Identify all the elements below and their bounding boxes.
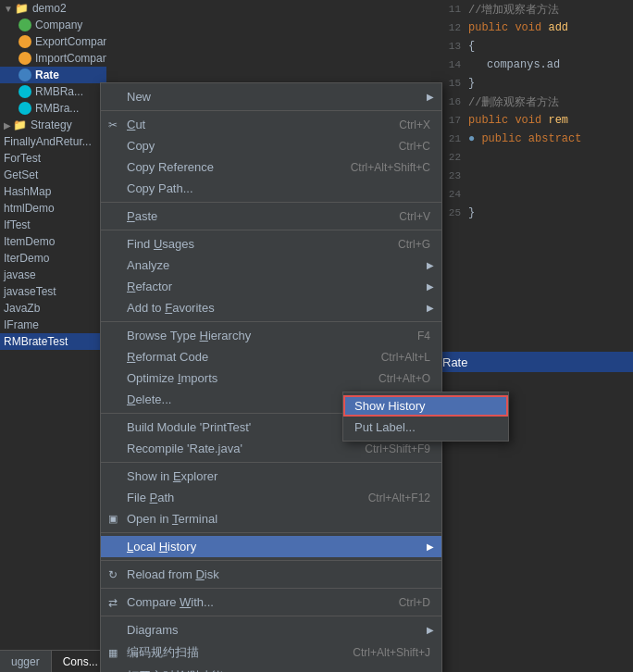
submenu-item-put-label[interactable]: Put Label... bbox=[343, 417, 508, 438]
menu-item-label: Analyze bbox=[127, 258, 169, 272]
tree-item-itemdemo[interactable]: ItemDemo bbox=[0, 233, 106, 250]
code-text: ● public abstract bbox=[468, 132, 581, 145]
tree-item-rmbra1[interactable]: RMBRa... bbox=[0, 83, 106, 100]
tree-item-label: htmlDemo bbox=[4, 202, 55, 215]
menu-separator bbox=[101, 616, 441, 616]
menu-item-analyze[interactable]: Analyze bbox=[101, 255, 441, 276]
tree-item-label: HashMap bbox=[4, 185, 51, 198]
tree-item-label: demo2 bbox=[32, 2, 67, 15]
menu-item-label: Refactor bbox=[127, 280, 172, 293]
code-line-11: 11 //增加观察者方法 bbox=[435, 0, 633, 19]
menu-item-label: Optimize Imports bbox=[127, 371, 217, 385]
menu-separator bbox=[101, 532, 441, 533]
tree-item-rate[interactable]: Rate bbox=[0, 67, 106, 83]
menu-shortcut: Ctrl+G bbox=[379, 238, 430, 251]
menu-item-reload[interactable]: ↻ Reload from Disk bbox=[101, 564, 441, 585]
menu-separator bbox=[101, 588, 441, 589]
menu-item-label: Reformat Code bbox=[127, 350, 208, 364]
tree-item-label: Strategy bbox=[31, 118, 72, 131]
tree-item-label: IterDemo bbox=[4, 252, 49, 265]
rate-label: Rate bbox=[442, 355, 467, 369]
code-text: } bbox=[468, 77, 475, 90]
cut-icon: ✂ bbox=[108, 118, 118, 131]
menu-item-label: 编码规约扫描 bbox=[127, 644, 199, 661]
tree-item-demo2[interactable]: ▼ 📁 demo2 bbox=[0, 0, 106, 17]
tree-item-strategy[interactable]: ▶ 📁 Strategy bbox=[0, 117, 106, 133]
tree-item-rmbra2[interactable]: RMBra... bbox=[0, 100, 106, 117]
menu-item-label: 打开实时检测功能 bbox=[127, 668, 223, 672]
menu-item-open-terminal[interactable]: ▣ Open in Terminal bbox=[101, 508, 441, 529]
code-text: public void rem bbox=[468, 114, 568, 127]
menu-separator bbox=[101, 321, 441, 322]
tree-item-exportcompany[interactable]: ExportCompany bbox=[0, 33, 106, 50]
tab-label: Cons... bbox=[63, 655, 98, 668]
tree-item-label: ImportCompany bbox=[35, 52, 106, 65]
menu-item-diagrams[interactable]: Diagrams bbox=[101, 619, 441, 641]
tree-item-getset[interactable]: GetSet bbox=[0, 167, 106, 183]
tree-item-javasetest[interactable]: javaseTest bbox=[0, 283, 106, 300]
menu-item-cut[interactable]: ✂ Cut Ctrl+X bbox=[101, 114, 441, 135]
menu-shortcut: Ctrl+Alt+Shift+J bbox=[334, 646, 430, 659]
menu-item-local-history[interactable]: Local History bbox=[101, 536, 441, 557]
tree-item-javazb[interactable]: JavaZb bbox=[0, 300, 106, 317]
tree-item-label: RMBra... bbox=[35, 102, 79, 115]
tree-item-iterdemo[interactable]: IterDemo bbox=[0, 250, 106, 267]
code-line-22: 22 bbox=[435, 148, 633, 167]
code-line-24: 24 bbox=[435, 185, 633, 204]
menu-item-label: New bbox=[127, 90, 151, 104]
tree-item-importcompany[interactable]: ImportCompany bbox=[0, 50, 106, 67]
tree-item-javase[interactable]: javase bbox=[0, 267, 106, 283]
rate-tab-label: Rate bbox=[435, 352, 633, 372]
menu-item-find-usages[interactable]: Find Usages Ctrl+G bbox=[101, 233, 441, 255]
tab-debugger[interactable]: ugger bbox=[0, 651, 52, 672]
menu-item-label: Add to Favorites bbox=[127, 301, 215, 315]
menu-item-label: Copy bbox=[127, 139, 155, 153]
code-line-21: 21 ● public abstract bbox=[435, 130, 633, 148]
tree-item-finallyandreturn[interactable]: FinallyAndRetur... bbox=[0, 133, 106, 150]
menu-item-label: Delete... bbox=[127, 392, 171, 406]
menu-item-show-explorer[interactable]: Show in Explorer bbox=[101, 466, 441, 487]
tree-item-label: IfTest bbox=[4, 218, 31, 231]
menu-shortcut: Ctrl+Alt+O bbox=[360, 372, 430, 385]
tree-item-rmbrate[interactable]: RMBrateTest bbox=[0, 333, 106, 350]
menu-item-optimize-imports[interactable]: Optimize Imports Ctrl+Alt+O bbox=[101, 367, 441, 389]
tree-item-label: ForTest bbox=[4, 152, 41, 165]
folder-icon: 📁 bbox=[13, 118, 27, 131]
menu-item-copy-reference[interactable]: Copy Reference Ctrl+Alt+Shift+C bbox=[101, 156, 441, 178]
menu-item-label: Open in Terminal bbox=[127, 512, 217, 526]
menu-item-type-hierarchy[interactable]: Browse Type Hierarchy F4 bbox=[101, 325, 441, 346]
reload-icon: ↻ bbox=[108, 568, 118, 581]
tree-item-company[interactable]: Company bbox=[0, 17, 106, 33]
tree-item-htmldemo[interactable]: htmlDemo bbox=[0, 200, 106, 217]
menu-item-copy[interactable]: Copy Ctrl+C bbox=[101, 135, 441, 156]
tree-item-label: ItemDemo bbox=[4, 235, 55, 248]
code-text: } bbox=[468, 206, 475, 219]
class-icon bbox=[19, 35, 31, 48]
tree-item-iframe[interactable]: IFrame bbox=[0, 317, 106, 333]
menu-item-add-favorites[interactable]: Add to Favorites bbox=[101, 297, 441, 318]
context-menu: New ✂ Cut Ctrl+X Copy Ctrl+C Copy Refere… bbox=[100, 82, 442, 672]
tree-item-fortest[interactable]: ForTest bbox=[0, 150, 106, 167]
menu-shortcut: Ctrl+Alt+Shift+C bbox=[332, 161, 430, 174]
menu-item-copy-path[interactable]: Copy Path... bbox=[101, 178, 441, 199]
tree-item-label: javase bbox=[4, 268, 36, 281]
menu-item-label: Show in Explorer bbox=[127, 469, 217, 483]
menu-item-new[interactable]: New bbox=[101, 86, 441, 107]
submenu-item-show-history[interactable]: Show History bbox=[343, 395, 508, 417]
menu-item-compare[interactable]: ⇄ Compare With... Ctrl+D bbox=[101, 591, 441, 613]
menu-item-reformat[interactable]: Reformat Code Ctrl+Alt+L bbox=[101, 346, 441, 367]
menu-item-realtime-check[interactable]: ◎ 打开实时检测功能 bbox=[101, 665, 441, 672]
tree-item-label: GetSet bbox=[4, 168, 38, 181]
scan-icon: ▦ bbox=[108, 647, 118, 659]
code-line-17: 17 public void rem bbox=[435, 111, 633, 130]
tree-item-hashmap[interactable]: HashMap bbox=[0, 183, 106, 200]
tree-item-label: JavaZb bbox=[4, 302, 40, 315]
compare-icon: ⇄ bbox=[108, 596, 118, 609]
menu-item-code-scan[interactable]: ▦ 编码规约扫描 Ctrl+Alt+Shift+J bbox=[101, 641, 441, 665]
chevron-down-icon: ▼ bbox=[4, 4, 13, 14]
menu-item-file-path[interactable]: File Path Ctrl+Alt+F12 bbox=[101, 487, 441, 508]
menu-item-paste[interactable]: Paste Ctrl+V bbox=[101, 205, 441, 227]
tree-item-iftest[interactable]: IfTest bbox=[0, 217, 106, 233]
class-icon bbox=[19, 52, 31, 65]
menu-item-refactor[interactable]: Refactor bbox=[101, 276, 441, 297]
